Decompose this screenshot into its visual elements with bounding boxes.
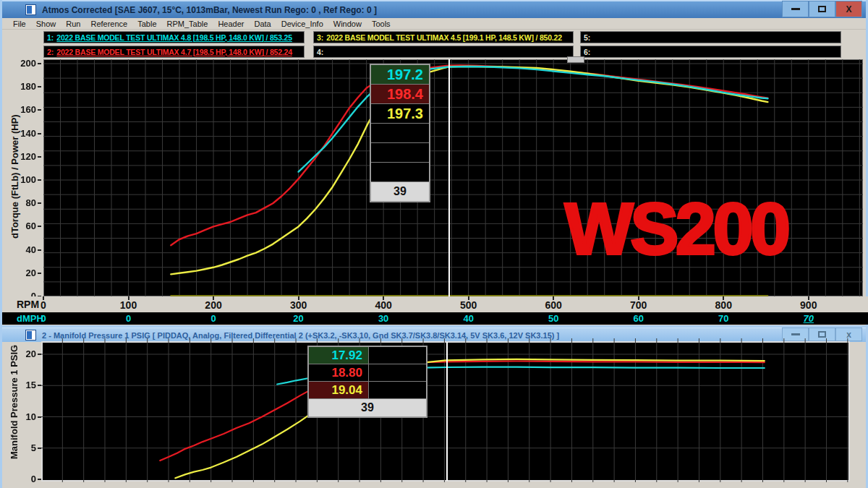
cursor-readout-pressure: 17.92 18.80 19.04 39 — [307, 346, 427, 418]
readout-empty-row — [371, 163, 429, 182]
y-tick-label: 200 — [4, 58, 36, 69]
y-tick-mark — [38, 249, 41, 251]
y-tick-label: 180 — [4, 81, 36, 92]
rpm-tick-label: 900 — [800, 299, 817, 311]
readout-run1-power: 197.2 — [371, 65, 429, 85]
dmph-tick-label: 30 — [378, 313, 388, 324]
dmph-tick-label: 70 — [804, 313, 814, 324]
run-slot-number: 2: — [44, 48, 56, 56]
y-tick-label: 100 — [4, 174, 36, 185]
minimize-button[interactable] — [782, 328, 809, 341]
dmph-tick-label: 40 — [463, 313, 473, 324]
y-tick-mark — [38, 133, 41, 134]
close-button[interactable]: x — [835, 328, 862, 341]
menu-item-show[interactable]: Show — [31, 20, 61, 28]
rpm-tick-label: 500 — [460, 299, 477, 311]
run-slot-1[interactable]: 1:2022 BASE MODEL TEST ULTIMAX 4.8 [198.… — [43, 31, 305, 43]
run-slot-3[interactable]: 3:2022 BASE MODEL TEST ULTIMAX 4.5 [199.… — [313, 31, 574, 43]
y-tick-label: 80 — [4, 197, 36, 208]
run-slot-number: 3: — [314, 33, 326, 42]
rpm-tick-label: 800 — [715, 299, 732, 311]
menu-item-reference[interactable]: Reference — [85, 20, 132, 28]
y-tick-label: 20 — [4, 267, 36, 278]
run-slot-5[interactable]: 5: — [580, 31, 841, 43]
run-slot-number: 1: — [44, 33, 56, 42]
dmph-tick-label: 70 — [718, 313, 728, 324]
run-slot-number: 4: — [314, 48, 326, 56]
dmph-tick-label: 60 — [633, 313, 643, 324]
readout-run1-pressure: 17.92 — [309, 347, 368, 364]
run-slot-6[interactable]: 6: — [580, 46, 841, 58]
menu-item-data[interactable]: Data — [249, 20, 276, 28]
run-slot-number: 6: — [581, 48, 593, 56]
y-tick-label: 10 — [4, 411, 36, 422]
minimize-icon — [791, 8, 800, 10]
run-slot-description: 2022 BASE MODEL TEST ULTIMAX 4.5 [199.1 … — [326, 33, 561, 42]
menu-item-tools[interactable]: Tools — [367, 20, 396, 28]
run-slot-2[interactable]: 2:2022 BASE MODEL TEST ULTIMAX 4.7 [198.… — [43, 46, 305, 58]
cursor-readout-power: 197.2 198.4 197.3 39 — [370, 64, 430, 202]
y-tick-mark — [38, 109, 41, 111]
splitter-handle[interactable] — [567, 56, 584, 63]
menu-item-header[interactable]: Header — [213, 20, 249, 28]
readout-empty-row — [371, 124, 429, 143]
maximize-button[interactable] — [809, 328, 835, 341]
y-tick-label: 15 — [4, 380, 36, 390]
readout-run3-power: 197.3 — [371, 104, 429, 124]
pressure-window-title: 2 - Manifold Pressure 1 PSIG [ PIDDAQ, A… — [42, 331, 559, 340]
run-slot-4[interactable]: 4: — [313, 46, 574, 58]
y-tick-mark — [38, 63, 41, 64]
readout-cursor-value-top: 39 — [371, 182, 429, 201]
app-icon — [25, 4, 36, 15]
dmph-tick-label: 50 — [548, 313, 558, 324]
dmph-tick-label: 0 — [41, 313, 46, 324]
minimize-icon — [791, 333, 800, 335]
trace-run-2-red — [160, 361, 765, 461]
rpm-tick-label: 700 — [630, 299, 647, 311]
readout-empty-row — [371, 143, 429, 163]
rpm-tick-label: 0 — [41, 299, 46, 311]
y-tick-mark — [38, 226, 41, 227]
cursor-line-top[interactable] — [448, 59, 450, 296]
minimize-button[interactable] — [782, 1, 809, 17]
y-tick-mark — [38, 156, 41, 158]
y-tick-label: 40 — [4, 244, 36, 255]
main-titlebar[interactable]: Atmos Corrected [SAE J607, 15°C, 1013mBa… — [2, 0, 866, 18]
y-tick-label: 120 — [4, 151, 36, 162]
readout-empty-cell — [368, 364, 426, 382]
maximize-button[interactable] — [809, 1, 835, 17]
dmph-tick-label: 20 — [293, 313, 303, 324]
run-slot-description: 2022 BASE MODEL TEST ULTIMAX 4.7 [198.5 … — [56, 48, 292, 56]
rpm-tick-label: 400 — [375, 299, 391, 311]
y-tick-label: 0 — [4, 474, 36, 484]
dmph-axis-title: dMPH — [17, 313, 43, 324]
rpm-axis-title: RPM — [17, 299, 39, 310]
dmph-tick-label: 0 — [126, 313, 131, 324]
readout-run3-pressure: 19.04 — [309, 382, 368, 399]
rpm-tick-label: 200 — [205, 299, 221, 311]
y-tick-label: 160 — [4, 104, 36, 115]
y-tick-mark — [38, 86, 41, 87]
readout-empty-cell — [368, 382, 426, 399]
menu-item-file[interactable]: File — [8, 20, 31, 28]
y-tick-label: 60 — [4, 221, 36, 231]
menu-item-table[interactable]: Table — [132, 20, 161, 28]
trace-run-1-cyan — [299, 67, 768, 172]
trace-run-3-yellow — [175, 359, 764, 478]
rpm-tick-label: 300 — [290, 299, 307, 311]
cursor-line-bottom[interactable] — [446, 342, 448, 481]
dmph-tick-label: 0 — [210, 313, 216, 324]
close-button[interactable]: X — [835, 1, 862, 17]
run-slot-number: 5: — [581, 33, 593, 42]
app-icon — [25, 330, 36, 341]
menu-item-device_info[interactable]: Device_Info — [276, 20, 328, 28]
y-tick-mark — [38, 179, 41, 181]
y-tick-label: 20 — [4, 348, 36, 359]
dyno-main-window: Atmos Corrected [SAE J607, 15°C, 1013mBa… — [0, 0, 868, 325]
pressure-titlebar[interactable]: 2 - Manifold Pressure 1 PSIG [ PIDDAQ, A… — [2, 328, 866, 342]
menu-item-rpm_table[interactable]: RPM_Table — [162, 20, 213, 28]
menu-item-run[interactable]: Run — [61, 20, 85, 28]
readout-empty-cell — [368, 347, 426, 364]
menu-bar: FileShowRunReferenceTableRPM_TableHeader… — [2, 18, 866, 30]
menu-item-window[interactable]: Window — [328, 20, 367, 28]
